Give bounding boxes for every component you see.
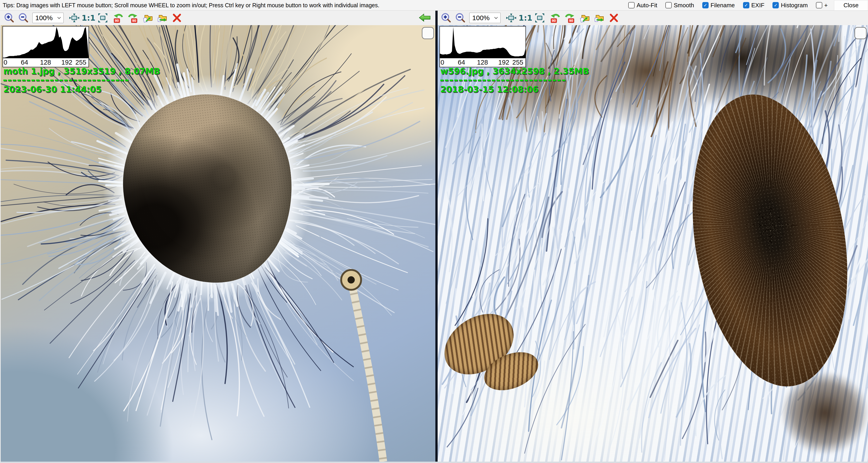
left-toolbar: 100% 1:1 90	[1, 11, 435, 25]
zoom-level-select[interactable]: 100%	[32, 13, 64, 23]
left-image-info-overlay: moth 1.jpg , 3519x3519 , 8.07MB 2023-06-…	[3, 67, 160, 94]
zoom-out-icon	[18, 13, 29, 23]
histogram-tick-label: 0	[4, 59, 7, 66]
histogram-graph	[3, 27, 89, 58]
right-corner-toggle-button[interactable]	[855, 27, 867, 39]
rotate-right-90-icon: 90	[127, 13, 138, 23]
fit-to-window-icon	[69, 13, 80, 23]
move-to-folder-icon	[157, 13, 168, 23]
option-label: +	[824, 2, 828, 9]
move-to-folder-button[interactable]	[594, 12, 605, 23]
copy-to-folder-icon	[580, 13, 590, 23]
left-image-area: 064128192255 moth 1.jpg , 3519x3519 , 8.…	[1, 25, 435, 462]
zoom-out-button[interactable]	[18, 12, 29, 23]
panels-container: 100% 1:1 90	[0, 11, 868, 463]
rotate-right-button[interactable]: 90	[127, 12, 138, 23]
delete-button[interactable]	[172, 12, 182, 23]
chevron-down-icon	[57, 17, 61, 19]
zoom-in-button[interactable]	[441, 12, 452, 23]
zoom-in-icon	[4, 13, 14, 23]
right-image-area: 064128192255 w596.jpg , 3634x2598 , 2.35…	[438, 25, 868, 462]
actual-size-label: 1:1	[82, 13, 96, 23]
option-label: Auto-Fit	[637, 2, 657, 9]
histogram-graph	[440, 27, 525, 58]
zoom-out-button[interactable]	[455, 12, 466, 23]
chevron-down-icon	[494, 17, 498, 19]
checkbox-unchecked-icon	[816, 2, 822, 8]
left-image-panel: 100% 1:1 90	[1, 11, 435, 462]
zoom-level-select[interactable]: 100%	[469, 13, 501, 23]
dark-fur-shadow	[768, 360, 868, 462]
histogram-axis: 064128192255	[3, 58, 89, 67]
filename-size-text: moth 1.jpg , 3519x3519 , 8.07MB	[3, 67, 160, 76]
copy-to-folder-icon	[143, 13, 154, 23]
zoom-in-button[interactable]	[4, 12, 15, 23]
zoom-in-icon	[441, 13, 452, 23]
histogram-tick-label: 128	[40, 59, 51, 66]
histogram-tick-label: 64	[458, 59, 465, 66]
histogram-tick-label: 64	[21, 59, 28, 66]
dashed-separator	[440, 80, 565, 81]
right-image-info-overlay: w596.jpg , 3634x2598 , 2.35MB 2018-03-15…	[440, 67, 589, 94]
fullscreen-icon	[98, 13, 108, 23]
delete-x-icon	[609, 13, 619, 23]
actual-size-button[interactable]: 1:1	[83, 12, 94, 23]
option-checkbox-plus[interactable]: +	[816, 2, 828, 9]
svg-text:90: 90	[132, 19, 136, 23]
checkbox-checked-icon: ✓	[702, 2, 709, 8]
option-label: Histogram	[781, 2, 808, 9]
option-label: Filename	[711, 2, 735, 9]
fullscreen-button[interactable]	[97, 12, 108, 23]
exif-date-text: 2023-06-30 11:44:05	[3, 85, 160, 94]
rotate-left-90-icon: 90	[113, 13, 124, 23]
right-toolbar: 100% 1:1 90	[438, 11, 868, 25]
checkbox-unchecked-icon	[628, 2, 634, 8]
rotate-left-button[interactable]: 90	[113, 12, 124, 23]
right-histogram-overlay: 064128192255	[439, 26, 526, 67]
rotate-right-button[interactable]: 90	[564, 12, 575, 23]
close-button[interactable]: Close	[834, 0, 868, 10]
option-checkbox-exif[interactable]: ✓EXIF	[743, 2, 765, 9]
actual-size-label: 1:1	[519, 13, 532, 23]
option-checkbox-filename[interactable]: ✓Filename	[702, 2, 735, 9]
svg-text:90: 90	[115, 19, 119, 23]
checkbox-checked-icon: ✓	[743, 2, 749, 8]
green-left-arrow-icon	[418, 13, 431, 22]
checkbox-unchecked-icon	[665, 2, 672, 8]
rotate-right-90-icon: 90	[564, 13, 575, 23]
fit-to-window-button[interactable]	[69, 12, 80, 23]
option-label: EXIF	[751, 2, 765, 9]
option-checkbox-smooth[interactable]: Smooth	[665, 2, 694, 9]
compare-images-window: Tips: Drag images with LEFT mouse button…	[0, 0, 868, 463]
checkbox-checked-icon: ✓	[772, 2, 779, 8]
histogram-tick-label: 192	[61, 59, 72, 66]
fit-to-window-button[interactable]	[506, 12, 517, 23]
left-corner-toggle-button[interactable]	[422, 27, 434, 39]
histogram-tick-label: 0	[440, 59, 444, 66]
zoom-level-value: 100%	[35, 14, 56, 22]
copy-to-folder-button[interactable]	[580, 12, 591, 23]
svg-text:90: 90	[569, 19, 573, 23]
delete-button[interactable]	[608, 12, 619, 23]
histogram-axis: 064128192255	[440, 58, 525, 67]
previous-image-button[interactable]	[418, 13, 431, 23]
fit-to-window-icon	[506, 13, 517, 23]
histogram-tick-label: 255	[512, 59, 523, 66]
fullscreen-button[interactable]	[534, 12, 545, 23]
tips-bar: Tips: Drag images with LEFT mouse button…	[0, 0, 868, 11]
rotate-left-90-icon: 90	[550, 13, 561, 23]
zoom-level-value: 100%	[472, 14, 493, 22]
option-label: Smooth	[674, 2, 694, 9]
zoom-out-icon	[455, 13, 466, 23]
svg-text:90: 90	[552, 19, 556, 23]
move-to-folder-button[interactable]	[157, 12, 168, 23]
tips-text: Tips: Drag images with LEFT mouse button…	[3, 2, 628, 9]
fullscreen-icon	[534, 13, 545, 23]
option-checkbox-histogram[interactable]: ✓Histogram	[772, 2, 808, 9]
option-checkbox-auto-fit[interactable]: Auto-Fit	[628, 2, 657, 9]
actual-size-button[interactable]: 1:1	[520, 12, 531, 23]
copy-to-folder-button[interactable]	[143, 12, 154, 23]
rotate-left-button[interactable]: 90	[550, 12, 561, 23]
filename-size-text: w596.jpg , 3634x2598 , 2.35MB	[440, 67, 589, 76]
delete-x-icon	[172, 13, 182, 23]
